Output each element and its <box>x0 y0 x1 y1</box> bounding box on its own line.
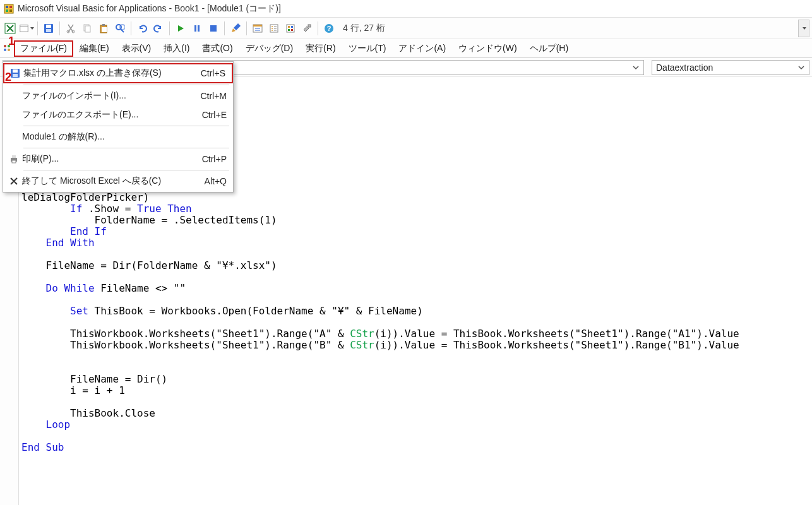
object-browser-icon[interactable] <box>283 21 298 36</box>
menu-print[interactable]: 印刷(P)... Ctrl+P <box>3 150 233 169</box>
svg-rect-23 <box>210 25 217 32</box>
svg-rect-14 <box>85 26 90 32</box>
chevron-down-icon <box>803 27 806 30</box>
toolbar-overflow[interactable] <box>798 20 809 37</box>
svg-rect-25 <box>253 25 262 27</box>
save-icon <box>7 68 23 78</box>
svg-rect-16 <box>102 24 105 26</box>
svg-rect-17 <box>102 27 107 32</box>
main-toolbar: ? 4 行, 27 桁 <box>0 18 812 39</box>
menu-separator <box>23 85 229 85</box>
undo-icon[interactable] <box>134 21 150 36</box>
menu-item-label: Module1 の解放(R)... <box>22 131 193 143</box>
svg-rect-2 <box>9 6 12 8</box>
menu-item-label: 集計用マクロ.xlsx の上書き保存(S) <box>23 68 191 79</box>
menu-export-file[interactable]: ファイルのエクスポート(E)... Ctrl+E <box>3 105 233 124</box>
svg-rect-52 <box>12 160 16 163</box>
menu-format[interactable]: 書式(O) <box>196 40 239 57</box>
svg-rect-38 <box>288 29 290 31</box>
svg-text:?: ? <box>327 25 331 32</box>
menu-item-shortcut: Ctrl+E <box>193 110 227 120</box>
find-icon[interactable] <box>112 21 128 36</box>
toolbar-separator <box>246 21 247 35</box>
insert-module-icon[interactable] <box>19 21 34 36</box>
menu-view[interactable]: 表示(V) <box>116 40 158 57</box>
project-explorer-icon[interactable] <box>250 21 265 36</box>
svg-rect-10 <box>46 29 51 32</box>
menu-release-module[interactable]: Module1 の解放(R)... <box>3 128 233 146</box>
toolbar-separator <box>224 21 225 35</box>
svg-rect-3 <box>6 9 8 12</box>
menu-insert[interactable]: 挿入(I) <box>157 40 196 57</box>
title-bar: Microsoft Visual Basic for Applications … <box>0 0 812 18</box>
toolbar-separator <box>37 21 38 35</box>
svg-rect-49 <box>13 74 18 77</box>
svg-rect-22 <box>198 25 200 32</box>
menu-item-label: ファイルのインポート(I)... <box>22 90 193 102</box>
menu-window[interactable]: ウィンドウ(W) <box>452 40 523 57</box>
svg-point-33 <box>272 30 273 31</box>
menu-separator <box>23 148 229 148</box>
svg-rect-39 <box>291 29 293 31</box>
print-icon <box>6 154 22 164</box>
run-icon[interactable] <box>173 21 188 36</box>
svg-point-44 <box>8 45 10 47</box>
menu-import-file[interactable]: ファイルのインポート(I)... Ctrl+M <box>3 86 233 105</box>
svg-point-46 <box>8 49 10 51</box>
svg-rect-9 <box>46 25 51 28</box>
menu-file[interactable]: ファイル(F) <box>14 40 73 57</box>
help-icon[interactable]: ? <box>321 21 337 36</box>
menu-edit[interactable]: 編集(E) <box>73 40 116 57</box>
procedure-combo[interactable]: Dataextraction <box>652 60 809 75</box>
svg-rect-4 <box>9 9 12 12</box>
dropdown-arrow-icon <box>30 27 34 30</box>
file-dropdown-menu: 集計用マクロ.xlsx の上書き保存(S) Ctrl+S ファイルのインポート(… <box>3 61 234 193</box>
properties-icon[interactable] <box>266 21 282 36</box>
svg-point-29 <box>272 26 273 27</box>
design-mode-icon[interactable] <box>228 21 243 36</box>
svg-rect-35 <box>287 25 294 32</box>
pause-icon[interactable] <box>189 21 205 36</box>
menu-item-label: 終了して Microsoft Excel へ戻る(C) <box>22 175 193 187</box>
menu-tools[interactable]: ツール(T) <box>342 40 393 57</box>
chevron-down-icon <box>631 62 641 73</box>
menu-run[interactable]: 実行(R) <box>299 40 342 57</box>
svg-rect-36 <box>288 26 290 28</box>
vba-app-icon <box>4 4 14 14</box>
procedure-name: Dataextraction <box>656 62 713 73</box>
svg-point-31 <box>272 28 273 29</box>
svg-rect-48 <box>13 69 18 73</box>
copy-icon[interactable] <box>80 21 95 36</box>
toolbar-separator <box>169 21 170 35</box>
svg-rect-40 <box>308 25 311 27</box>
toolbox-icon[interactable] <box>299 21 314 36</box>
menu-separator <box>23 126 229 126</box>
paste-icon[interactable] <box>96 21 111 36</box>
view-excel-icon[interactable] <box>3 21 18 36</box>
menu-debug[interactable]: デバッグ(D) <box>239 40 299 57</box>
menu-item-shortcut: Alt+Q <box>193 176 227 186</box>
menu-help[interactable]: ヘルプ(H) <box>523 40 575 57</box>
menu-addins[interactable]: アドイン(A) <box>392 40 452 57</box>
svg-rect-51 <box>12 155 16 158</box>
menu-bar: ファイル(F) 編集(E) 表示(V) 挿入(I) 書式(O) デバッグ(D) … <box>0 39 812 58</box>
svg-point-43 <box>4 45 6 47</box>
save-icon[interactable] <box>41 21 56 36</box>
svg-rect-6 <box>20 25 28 32</box>
menu-close-return-excel[interactable]: 終了して Microsoft Excel へ戻る(C) Alt+Q <box>3 172 233 191</box>
close-icon <box>6 177 22 186</box>
menu-item-label: 印刷(P)... <box>22 153 193 165</box>
redo-icon[interactable] <box>151 21 166 36</box>
window-title: Microsoft Visual Basic for Applications … <box>18 3 281 15</box>
svg-rect-21 <box>194 25 196 32</box>
menu-save-file[interactable]: 集計用マクロ.xlsx の上書き保存(S) Ctrl+S <box>3 63 233 83</box>
toolbar-separator <box>59 21 60 35</box>
cut-icon[interactable] <box>63 21 78 36</box>
menubar-grip-icon <box>1 44 14 54</box>
svg-point-45 <box>4 49 6 51</box>
menu-separator <box>23 170 229 170</box>
chevron-down-icon <box>796 62 806 73</box>
svg-rect-37 <box>291 26 293 28</box>
cursor-position-label: 4 行, 27 桁 <box>343 23 385 34</box>
stop-icon[interactable] <box>206 21 221 36</box>
